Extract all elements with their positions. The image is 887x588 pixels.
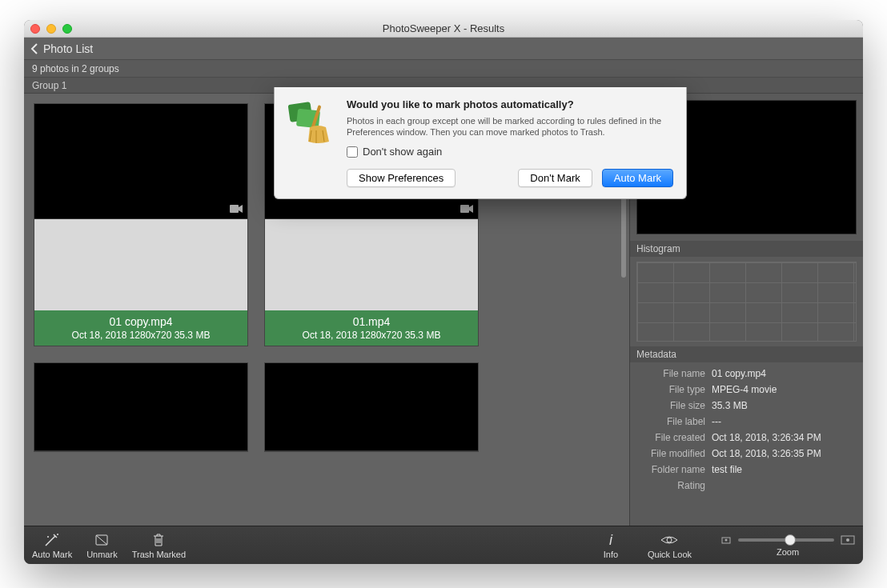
- histogram: [636, 262, 857, 342]
- trash-icon: [151, 532, 167, 548]
- svg-point-3: [47, 536, 49, 538]
- unmark-button[interactable]: Unmark: [86, 532, 118, 559]
- titlebar: PhotoSweeper X - Results: [24, 20, 863, 38]
- metadata-table: File name01 copy.mp4 File typeMPEG-4 mov…: [630, 362, 863, 497]
- photo-card[interactable]: 01 copy.mp4 Oct 18, 2018 1280x720 35.3 M…: [34, 103, 248, 346]
- file-meta: Oct 18, 2018 1280x720 35.3 MB: [38, 330, 244, 341]
- quick-look-button[interactable]: Quick Look: [648, 532, 692, 559]
- photo-card[interactable]: [34, 362, 248, 452]
- minimize-window-button[interactable]: [46, 24, 56, 34]
- info-button[interactable]: i Info: [603, 532, 619, 559]
- unmark-icon: [93, 532, 110, 548]
- thumbnail: [34, 363, 247, 451]
- svg-point-2: [57, 534, 58, 535]
- metadata-header: Metadata: [630, 346, 863, 362]
- broom-icon: [286, 98, 334, 143]
- thumbnail: [34, 104, 247, 219]
- show-preferences-button[interactable]: Show Preferences: [347, 169, 456, 187]
- dont-show-checkbox-input[interactable]: [347, 146, 358, 158]
- app-window: PhotoSweeper X - Results Photo List 9 ph…: [24, 20, 863, 564]
- info-icon: i: [603, 532, 619, 548]
- file-meta: Oct 18, 2018 1280x720 35.3 MB: [268, 330, 475, 341]
- file-name: 01.mp4: [268, 315, 475, 328]
- video-icon: [230, 204, 243, 214]
- back-label: Photo List: [43, 42, 93, 55]
- zoom-control: Zoom: [720, 534, 855, 557]
- svg-rect-1: [460, 205, 469, 213]
- status-summary: 9 photos in 2 groups: [24, 60, 863, 78]
- dialog-title: Would you like to mark photos automatica…: [347, 98, 673, 110]
- eye-icon: [660, 532, 679, 548]
- window-title: PhotoSweeper X - Results: [24, 22, 863, 34]
- thumbnail: [265, 363, 478, 451]
- bottom-toolbar: Auto Mark Unmark Trash Marked i Info: [24, 526, 863, 564]
- fullscreen-window-button[interactable]: [62, 24, 72, 34]
- file-name: 01 copy.mp4: [38, 315, 244, 328]
- video-icon: [460, 204, 473, 214]
- dont-mark-button[interactable]: Don't Mark: [518, 169, 592, 187]
- svg-point-6: [667, 538, 672, 542]
- auto-mark-button[interactable]: Auto Mark: [32, 532, 72, 559]
- dialog-body: Photos in each group except one will be …: [347, 115, 673, 138]
- zoom-large-icon: [841, 534, 855, 546]
- close-window-button[interactable]: [30, 24, 40, 34]
- dont-show-again-checkbox[interactable]: Don't show again: [347, 146, 673, 158]
- svg-point-8: [725, 538, 728, 541]
- auto-mark-dialog: Would you like to mark photos automatica…: [274, 87, 687, 199]
- svg-rect-0: [230, 205, 239, 213]
- svg-point-10: [846, 538, 849, 542]
- auto-mark-confirm-button[interactable]: Auto Mark: [602, 169, 673, 187]
- trash-marked-button[interactable]: Trash Marked: [132, 532, 186, 559]
- zoom-small-icon: [720, 534, 732, 546]
- svg-text:i: i: [609, 532, 613, 548]
- chevron-left-icon: [30, 43, 40, 54]
- histogram-header: Histogram: [630, 241, 863, 257]
- zoom-slider[interactable]: [738, 538, 834, 542]
- back-button[interactable]: Photo List: [24, 38, 863, 60]
- photo-card[interactable]: [264, 362, 479, 452]
- wand-icon: [43, 532, 61, 548]
